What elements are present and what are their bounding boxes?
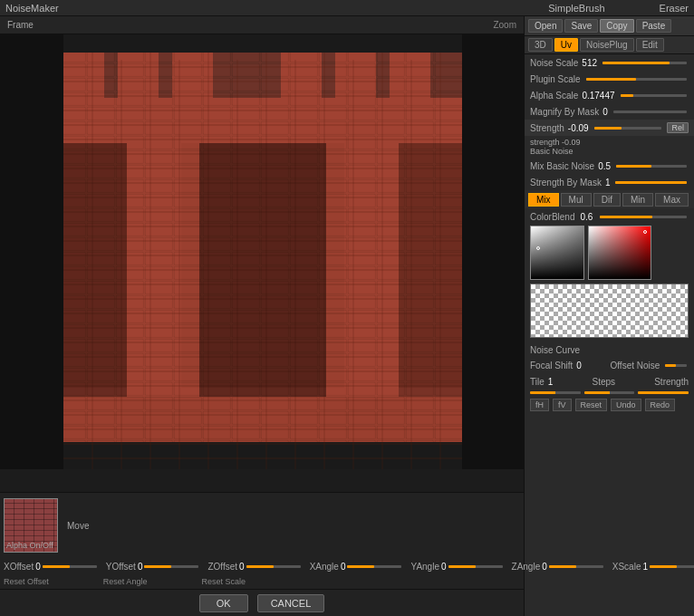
steps-slider[interactable] — [584, 391, 635, 394]
svg-rect-69 — [199, 143, 326, 397]
zoffset-group: ZOffset 0 — [207, 562, 300, 572]
reset-scale-button[interactable]: Reset Scale — [201, 577, 246, 586]
noise-curve-label: Noise Curve — [525, 343, 694, 357]
noise-scale-label: Noise Scale — [530, 58, 578, 68]
alpha-scale-label: Alpha Scale — [530, 91, 578, 101]
viewport: Frame Zoom — [0, 16, 524, 616]
reset-noise-button[interactable]: Reset — [575, 399, 608, 411]
zangle-slider[interactable] — [549, 565, 603, 568]
svg-rect-70 — [0, 34, 63, 469]
right-color-picker[interactable] — [588, 226, 651, 280]
thumbnail-row: Alpha On/Off Move — [0, 493, 524, 558]
strength-slider[interactable] — [594, 127, 662, 130]
reset-angle-button[interactable]: Reset Angle — [103, 577, 148, 586]
frame-label: Frame — [7, 20, 34, 30]
ok-button[interactable]: OK — [199, 594, 248, 612]
main-layout: Frame Zoom — [0, 16, 694, 616]
yangle-value: 0 — [441, 562, 447, 572]
color-blend-row: ColorBlend 0.6 — [530, 212, 689, 222]
xscale-slider[interactable] — [650, 565, 694, 568]
focal-shift-row: Focal Shift 0 Offset Noise — [525, 357, 694, 373]
yoffset-group: YOffset 0 — [106, 562, 199, 572]
tab-row: 3D Uv NoisePlug Edit — [525, 36, 694, 54]
paste-button[interactable]: Paste — [636, 19, 672, 33]
undo-button[interactable]: Undo — [611, 399, 641, 411]
tab-uv[interactable]: Uv — [554, 38, 578, 52]
plugin-scale-row: Plugin Scale — [525, 71, 694, 87]
color-blend-value: 0.6 — [580, 212, 593, 222]
plugin-scale-slider[interactable] — [586, 78, 687, 81]
alpha-scale-slider[interactable] — [621, 94, 687, 97]
tile-label: Tile — [530, 377, 545, 387]
tab-noiseplug[interactable]: NoisePlug — [580, 38, 634, 52]
tab-edit[interactable]: Edit — [636, 38, 664, 52]
util-row: fH fV Reset Undo Redo — [525, 397, 694, 413]
tab-3d[interactable]: 3D — [528, 38, 553, 52]
xoffset-value: 0 — [35, 562, 41, 572]
magnify-mask-label: Magnify By Mask — [530, 107, 599, 117]
mix-basic-noise-slider[interactable] — [616, 165, 687, 168]
blend-mix-tab[interactable]: Mix — [528, 193, 559, 207]
tile-value: 1 — [548, 377, 554, 387]
strength-tile-slider[interactable] — [638, 391, 689, 394]
offset-noise-label: Offset Noise — [610, 361, 660, 371]
yangle-slider[interactable] — [448, 565, 503, 568]
noise-info-line2: Basic Noise — [530, 147, 689, 156]
yoffset-slider[interactable] — [144, 565, 198, 568]
focal-shift-value: 0 — [576, 361, 582, 371]
noise-scale-slider[interactable] — [602, 62, 687, 64]
magnify-mask-slider[interactable] — [613, 111, 687, 113]
strength-mask-label: Strength By Mask — [530, 178, 602, 188]
offset-noise-slider[interactable] — [665, 364, 687, 367]
save-button[interactable]: Save — [564, 19, 598, 33]
color-blend-slider[interactable] — [600, 216, 687, 218]
zoffset-slider[interactable] — [246, 565, 301, 568]
cancel-button[interactable]: CANCEL — [257, 594, 325, 612]
left-color-picker[interactable] — [530, 226, 584, 280]
redo-button[interactable]: Redo — [645, 399, 676, 411]
title-bar: NoiseMaker SimpleBrush Eraser — [0, 0, 694, 16]
xangle-group: XAngle 0 — [310, 562, 402, 572]
mix-basic-noise-value: 0.5 — [598, 161, 611, 171]
tile-slider[interactable] — [530, 391, 581, 394]
blend-dif-tab[interactable]: Dif — [593, 193, 621, 207]
reset-offset-button[interactable]: Reset Offset — [4, 577, 49, 586]
blend-max-tab[interactable]: Max — [655, 193, 689, 207]
xangle-slider[interactable] — [347, 565, 401, 568]
yoffset-label: YOffset — [106, 562, 136, 572]
svg-rect-68 — [399, 143, 462, 397]
open-button[interactable]: Open — [528, 19, 563, 33]
color-pickers — [530, 226, 689, 280]
castle-svg — [0, 34, 524, 469]
app-title: NoiseMaker — [5, 3, 59, 14]
strength-row: Strength -0.09 Rel — [525, 120, 694, 136]
bottom-buttons: OK CANCEL — [0, 589, 524, 616]
top-btn-row: Open Save Copy Paste — [525, 16, 694, 36]
fh-button[interactable]: fH — [530, 399, 549, 411]
xoffset-slider[interactable] — [43, 565, 97, 568]
fv-button[interactable]: fV — [553, 399, 572, 411]
copy-button[interactable]: Copy — [600, 19, 633, 33]
right-title: SimpleBrush — [548, 3, 604, 14]
zoffset-label: ZOffset — [207, 562, 237, 572]
alpha-scale-value: 0.17447 — [582, 91, 614, 101]
zangle-value: 0 — [542, 562, 547, 572]
blend-tabs: Mix Mul Dif Min Max — [525, 190, 694, 208]
strength-mask-slider[interactable] — [615, 181, 687, 184]
zoom-label: Zoom — [493, 20, 516, 30]
blend-min-tab[interactable]: Min — [622, 193, 653, 207]
strength-mask-row: Strength By Mask 1 — [525, 174, 694, 190]
xangle-label: XAngle — [310, 562, 339, 572]
rel-button[interactable]: Rel — [667, 122, 689, 133]
yangle-group: YAngle 0 — [410, 562, 502, 572]
noise-scale-row: Noise Scale 512 — [525, 54, 694, 71]
color-section: ColorBlend 0.6 — [525, 208, 694, 343]
zangle-label: ZAngle — [512, 562, 541, 572]
blend-mul-tab[interactable]: Mul — [561, 193, 592, 207]
viewport-bottom: Alpha On/Off Move XOffset 0 YOffset 0 ZO… — [0, 492, 524, 589]
mix-basic-noise-row: Mix Basic Noise 0.5 — [525, 158, 694, 174]
strength-mask-value: 1 — [605, 178, 611, 188]
noise-scale-value: 512 — [582, 58, 597, 68]
alpha-thumbnail: Alpha On/Off — [4, 498, 58, 553]
zangle-group: ZAngle 0 — [512, 562, 603, 572]
